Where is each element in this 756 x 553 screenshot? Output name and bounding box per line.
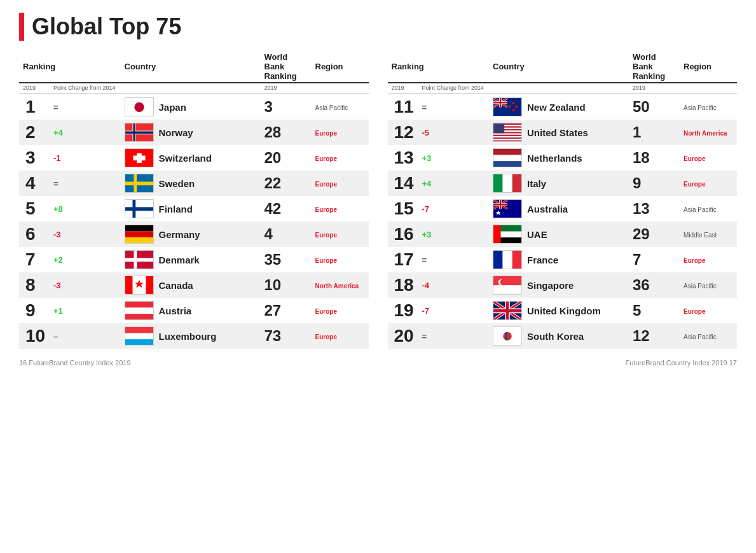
left-country-sub [121,83,261,94]
flag-usa [493,123,522,142]
country-cell: Switzerland [121,145,261,171]
wb-number: 42 [265,200,282,217]
change-cell: -7 [418,196,489,221]
region-cell: Europe [312,120,369,145]
flag-italy [493,174,522,193]
table-row: 8 -3 Canada 10 North America [19,272,369,298]
svg-rect-54 [493,155,521,162]
region-name: Europe [315,206,337,213]
svg-rect-75 [493,251,502,269]
country-name: Germany [159,229,200,240]
rank-number: 10 [23,326,45,346]
left-table-section: Ranking Country World Bank Ranking Regio… [19,52,369,349]
rank-number: 3 [23,148,36,167]
flag-cell: Germany [125,225,257,244]
change-value: = [422,255,427,265]
country-cell: Germany [121,221,261,247]
wb-cell: 10 [261,272,312,298]
wb-cell: 7 [629,247,680,272]
rank-number: 7 [23,249,36,269]
rank-cell: 14 [388,171,418,196]
wb-number: 9 [633,174,641,192]
region-name: Europe [315,181,337,188]
rank-number: 14 [392,173,414,193]
region-name: Asia Pacific [684,333,717,340]
flag-cell: Austria [125,301,257,320]
region-name: Europe [315,232,337,239]
rank-cell: 15 [388,196,418,221]
country-cell: Canada [121,272,261,298]
svg-rect-9 [133,156,145,161]
svg-rect-6 [125,131,153,134]
region-cell: Europe [312,196,369,221]
region-name: Asia Pacific [315,104,348,111]
flag-canada [125,276,154,295]
rank-cell: 9 [19,298,50,323]
flag-southkorea [493,326,522,346]
country-cell: Sweden [121,171,261,196]
country-name: Singapore [527,280,574,291]
svg-point-43 [512,109,515,111]
wb-number: 36 [633,276,650,293]
change-cell: +1 [50,298,121,323]
wb-cell: 1 [629,120,680,145]
rank-number: 8 [23,275,36,295]
change-cell: = [418,323,489,349]
change-value: -7 [422,204,429,214]
right-country-sub [489,83,629,94]
svg-rect-57 [493,174,502,193]
rank-number: 16 [392,224,414,244]
country-name: Italy [527,178,546,189]
flag-cell: Japan [125,97,257,116]
table-row: 16 +3 UAE 29 Middle East [388,221,738,247]
country-cell: United States [489,120,629,145]
region-name: North America [684,130,727,137]
svg-rect-28 [125,327,153,333]
left-table: Ranking Country World Bank Ranking Regio… [19,52,369,349]
flag-cell: Switzerland [125,148,257,167]
flag-cell: New Zealand [493,97,625,116]
rank-cell: 2 [19,120,50,145]
tables-container: Ranking Country World Bank Ranking Regio… [19,52,737,349]
country-name: Canada [159,280,193,291]
wb-cell: 12 [629,323,680,349]
country-cell: France [489,247,629,272]
footer-left: 16 FutureBrand Country Index 2019 [19,359,131,367]
table-row: 12 -5 United States 1 North America [388,120,738,145]
red-bar [19,13,24,41]
change-value: -3 [53,281,61,290]
wb-cell: 5 [629,298,680,323]
rank-cell: 7 [19,247,50,272]
flag-cell: Singapore [493,276,625,295]
country-cell: Austria [121,298,261,323]
region-cell: Europe [312,247,369,272]
region-cell: Europe [680,298,737,323]
change-value: +1 [53,306,63,316]
wb-cell: 27 [261,298,312,323]
flag-luxembourg [125,326,154,346]
change-value: = [53,179,58,188]
rank-number: 19 [392,300,414,320]
left-wb-header: World Bank Ranking [261,52,312,83]
wb-cell: 18 [629,145,680,171]
country-name: Austria [159,305,192,316]
rank-number: 1 [23,97,36,116]
change-cell: +8 [50,196,121,221]
flag-cell: Canada [125,276,257,295]
change-cell: = [50,94,121,120]
country-cell: Netherlands [489,145,629,171]
change-cell: +4 [418,171,489,196]
rank-number: 20 [392,326,414,346]
country-name: Norway [159,127,193,138]
rank-number: 17 [392,249,414,269]
svg-rect-16 [125,225,153,232]
flag-france [493,250,522,269]
country-name: UAE [527,229,547,240]
rank-number: 2 [23,122,36,142]
svg-rect-24 [146,276,153,295]
left-change-sub: Point Change from 2014 [50,83,121,94]
wb-number: 50 [633,98,650,115]
rank-number: 4 [23,173,36,193]
flag-japan [125,97,154,116]
change-cell: -1 [50,145,121,171]
